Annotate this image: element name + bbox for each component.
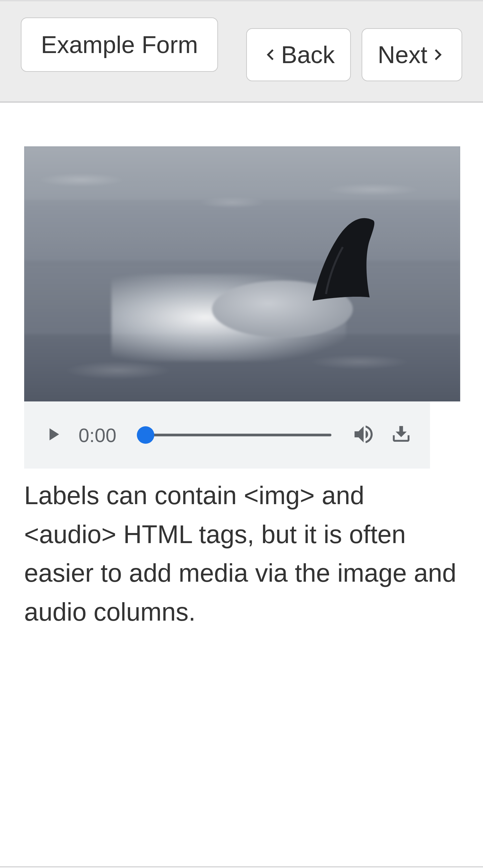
volume-icon [352,422,376,448]
toolbar: Example Form Back Next [0,1,483,103]
ocean-ripple [199,197,266,209]
audio-current-time: 0:00 [78,424,125,446]
audio-progress-thumb[interactable] [137,426,154,444]
ocean-ripple [326,183,420,196]
play-icon [42,424,63,446]
chevron-right-icon [431,47,446,62]
bottom-divider [0,866,483,867]
ocean-ripple [64,361,172,380]
ocean-ripple [38,173,125,187]
next-button[interactable]: Next [362,28,462,81]
volume-button[interactable] [352,423,376,447]
play-button[interactable] [41,423,65,447]
chevron-left-icon [262,47,278,62]
back-button[interactable]: Back [246,28,351,81]
form-title-text: Example Form [41,31,198,58]
media-image [24,146,460,401]
ocean-band [24,200,460,267]
form-title-chip[interactable]: Example Form [21,18,218,72]
back-button-label: Back [281,41,335,68]
content-area: 0:00 Labels can contain <img> and <audio… [0,103,483,645]
next-button-label: Next [378,41,427,68]
audio-progress-slider[interactable] [146,434,331,436]
download-icon [390,423,412,447]
nav-group: Back Next [246,28,462,81]
download-button[interactable] [389,423,413,447]
dolphin-fin-icon [306,210,393,304]
audio-player: 0:00 [24,401,430,469]
label-description: Labels can contain <img> and <audio> HTM… [24,476,460,631]
